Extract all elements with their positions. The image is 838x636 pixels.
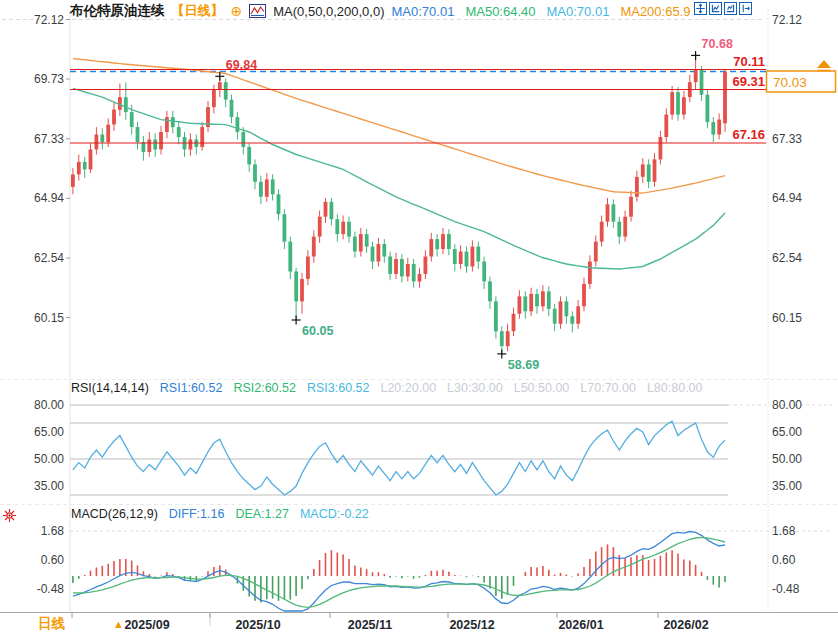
chart-canvas: 70.1169.3167.1669.8470.6860.0558.6972.12… [0,0,838,636]
candle-body [453,249,457,264]
rsi-axis-left-label: 80.00 [34,398,64,412]
candle-body [335,219,339,234]
annotation-label: 70.68 [702,37,733,51]
price-axis-right-label: 64.94 [772,191,802,205]
candle-body [623,217,627,237]
candle-body [653,159,657,181]
annotation-label: 58.69 [508,358,539,372]
macd-axis-left-label: -0.48 [37,582,65,596]
candle-body [77,162,81,174]
candle-body [265,179,269,196]
candle-body [153,140,157,150]
macd-legend-row: MACD(26,12,9) DIFF:1.16DEA:1.27MACD:-0.2… [71,507,369,521]
candle-body [664,115,668,137]
candle-body [723,72,727,124]
candle-body [612,204,616,221]
candle-body [600,222,604,242]
candle-body [130,112,134,127]
price-hline-label: 69.31 [732,74,765,89]
macd-panel: 1.681.680.600.60-0.48-0.48 [37,524,832,611]
candle-body [394,259,398,274]
candle-body [136,127,140,142]
price-up-arrow-icon [817,60,831,68]
candle-body [89,150,93,170]
month-label: 2026/02 [663,618,708,632]
indicator-chart-icon[interactable] [249,4,266,18]
add-indicator-icon[interactable]: ⊕ [231,3,243,19]
macd-settings-icon[interactable] [2,508,17,523]
legend-item: L20:20.00 [380,381,436,395]
annotation-label: 60.05 [302,324,333,338]
candle-body [147,140,151,153]
candle-body [459,252,463,264]
candle-body [306,257,310,279]
candle-body [617,222,621,237]
price-axis-right-label: 62.54 [772,251,802,265]
candle-body [277,194,281,214]
annotation-marker [292,316,301,325]
candle-body [482,262,486,282]
price-axis-left-label: 72.12 [34,13,64,27]
candle-body [717,120,721,135]
legend-item: RSI2:60.52 [233,381,296,395]
candle-body [359,234,363,251]
candle-body [159,132,163,149]
candle-body [330,202,334,219]
legend-item: L70:70.00 [580,381,636,395]
price-axis-left-label: 69.73 [34,72,64,86]
macd-dea-line [73,537,725,607]
candle-body [535,294,539,306]
candle-body [559,301,563,323]
candle-body [230,100,234,117]
legend-item: L50:50.00 [514,381,570,395]
candle-body [259,182,263,197]
left-axis-scale-icon[interactable] [709,2,722,15]
period-collapse-arrow: ▲ [113,618,124,630]
macd-diff-line [73,532,725,612]
candles-layer [71,55,727,354]
candle-body [476,247,480,262]
candle-body [388,257,392,274]
rsi-axis-right-label: 80.00 [772,398,802,412]
candle-body [518,296,522,313]
candle-body [635,177,639,197]
candle-body [435,239,439,249]
pan-tool-icon[interactable] [694,2,707,15]
candle-body [529,294,533,311]
candle-body [283,214,287,241]
candle-body [694,70,698,82]
candle-body [412,264,416,281]
right-axis-scale-icon[interactable] [724,2,737,15]
candle-body [465,252,469,267]
candle-body [253,164,257,181]
ma-line-ma50 [73,89,725,270]
candle-body [83,162,87,170]
price-axis-left-label: 62.54 [34,251,64,265]
candle-body [506,331,510,346]
candle-body [512,314,516,331]
month-label: 2026/01 [558,618,603,632]
candle-body [629,197,633,217]
candle-body [441,234,445,249]
candle-body [447,234,451,249]
rsi-axis-left-label: 35.00 [34,479,64,493]
candle-body [271,179,275,194]
legend-item: MACD:-0.22 [300,507,369,521]
month-label: 2025/10 [235,618,280,632]
candle-body [189,140,193,150]
candle-body [288,242,292,272]
rsi-line [73,421,725,495]
candle-body [382,244,386,256]
period-selector[interactable]: 日线 ▲ [38,615,124,633]
legend-item: L30:30.00 [447,381,503,395]
rsi-axis-right-label: 35.00 [772,479,802,493]
candle-body [241,132,245,147]
exit-fullscreen-icon[interactable] [739,2,752,15]
ma-legend: MA0:70.01MA50:64.40MA0:70.01MA200:65.9 [392,4,691,19]
time-axis: 2025/092025/102025/112025/122026/012026/… [0,612,838,632]
rsi-axis-left-label: 65.00 [34,425,64,439]
price-hline-label: 70.11 [733,54,765,69]
candle-body [247,147,251,164]
candle-body [236,117,240,132]
candle-body [606,204,610,221]
